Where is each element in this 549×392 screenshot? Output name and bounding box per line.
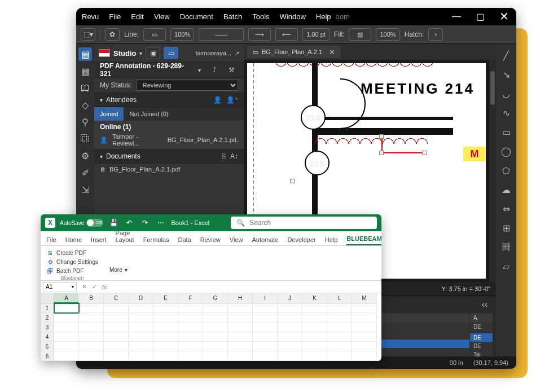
cell[interactable]	[352, 303, 377, 313]
properties-panel-icon[interactable]: ◇	[78, 98, 92, 112]
chevron-down-icon[interactable]: ▾	[72, 284, 74, 289]
cell[interactable]	[129, 332, 153, 342]
minimize-button[interactable]: —	[450, 10, 463, 23]
menu-edit[interactable]: Edit	[131, 12, 143, 21]
search-box[interactable]: 🔍 Search	[231, 217, 377, 229]
cell[interactable]	[54, 332, 79, 342]
cell[interactable]	[104, 303, 129, 313]
cell[interactable]	[79, 303, 104, 313]
cell[interactable]	[203, 323, 228, 332]
name-box[interactable]: A1▾	[43, 282, 77, 292]
cloud-markup-bottom[interactable]	[315, 135, 428, 144]
autosave-toggle[interactable]: AutoSave	[60, 219, 103, 227]
cell[interactable]	[178, 342, 203, 351]
status-select[interactable]: Reviewing	[137, 80, 238, 91]
cell[interactable]	[253, 351, 278, 361]
cell[interactable]	[54, 351, 79, 361]
tab-developer[interactable]: Developer	[288, 236, 316, 245]
col-header[interactable]: G	[203, 293, 228, 303]
col-header[interactable]: A	[54, 293, 79, 303]
cell[interactable]	[79, 351, 104, 361]
session-dropdown-icon[interactable]: ▾	[198, 67, 201, 73]
cloud-tool-icon[interactable]: ☁	[499, 183, 513, 196]
change-settings-button[interactable]: ⚙Change Settings	[46, 257, 98, 266]
cell[interactable]	[278, 323, 302, 332]
links-panel-icon[interactable]: ⇲	[78, 183, 92, 196]
cell[interactable]	[228, 351, 253, 361]
row-header[interactable]: 5	[41, 342, 54, 351]
cell[interactable]	[79, 313, 104, 323]
cell[interactable]	[327, 323, 352, 332]
cloud-tool-icon[interactable]: ✿	[105, 28, 120, 41]
cell[interactable]	[54, 342, 79, 351]
documents-header[interactable]: ▾ Documents ⎘ A↕	[94, 149, 244, 164]
cloud-markup-top[interactable]	[275, 63, 433, 70]
cell[interactable]	[79, 342, 104, 351]
cell[interactable]	[79, 332, 104, 342]
create-pdf-button[interactable]: 🗎Create PDF	[46, 248, 98, 257]
cell[interactable]	[352, 351, 377, 361]
menu-tools[interactable]: Tools	[252, 12, 269, 21]
col-header[interactable]: I	[253, 293, 278, 303]
batch-pdf-button[interactable]: 🗐Batch PDF	[46, 266, 98, 275]
cell[interactable]	[129, 351, 153, 361]
row-header[interactable]: 1	[41, 303, 54, 313]
line-color-swatch[interactable]: ▭	[143, 28, 166, 41]
cell[interactable]	[129, 323, 153, 332]
col-header[interactable]: C	[104, 293, 129, 303]
selection-handle[interactable]	[379, 151, 384, 155]
cell[interactable]	[129, 342, 153, 351]
sort-documents-icon[interactable]: A↕	[230, 152, 238, 160]
cell[interactable]	[104, 313, 129, 323]
joined-tab[interactable]: Joined	[94, 107, 124, 121]
callout-leader-h[interactable]	[381, 152, 427, 153]
col-header[interactable]: H	[228, 293, 253, 303]
search-panel-icon[interactable]: ⚲	[78, 115, 92, 129]
attendees-header[interactable]: ▾ Attendees 👤 👤⁺	[94, 93, 244, 107]
cell[interactable]	[129, 313, 153, 323]
cell[interactable]	[302, 351, 327, 361]
cell[interactable]	[278, 303, 302, 313]
tally-tool-icon[interactable]: 卌	[499, 240, 513, 254]
more-button[interactable]: More ▾	[109, 266, 128, 274]
cell[interactable]	[153, 313, 178, 323]
cell[interactable]	[278, 342, 302, 351]
col-header[interactable]: K	[302, 293, 327, 303]
arrow-tool-icon[interactable]: ↘	[499, 68, 513, 81]
cell[interactable]	[327, 303, 352, 313]
ellipse-tool-icon[interactable]: ◯	[499, 144, 513, 158]
cell[interactable]	[327, 313, 352, 323]
cell[interactable]	[352, 332, 377, 342]
row-header[interactable]: 2	[41, 313, 54, 323]
cell[interactable]	[327, 342, 352, 351]
formula-input[interactable]	[109, 282, 381, 292]
settings-panel-icon[interactable]: ⚙	[78, 149, 92, 162]
fill-color-swatch[interactable]: ▨	[349, 28, 371, 41]
cell[interactable]	[153, 342, 178, 351]
cell[interactable]	[352, 313, 377, 323]
document-item[interactable]: 🗎 BG_Floor_Plan_A.2.1.pdf	[94, 164, 244, 175]
tab-formulas[interactable]: Formulas	[143, 236, 169, 245]
tab-automate[interactable]: Automate	[252, 236, 278, 245]
cell[interactable]	[178, 323, 203, 332]
select-all-corner[interactable]	[41, 293, 54, 303]
rectangle-tool-icon[interactable]: ▭	[499, 125, 513, 139]
cell[interactable]	[129, 303, 153, 313]
count-tool-icon[interactable]: ⊞	[499, 221, 513, 235]
cell[interactable]	[178, 303, 203, 313]
add-document-icon[interactable]: ⎘	[222, 152, 226, 160]
cell[interactable]	[327, 332, 352, 342]
cutout-tool-icon[interactable]: ▱	[499, 259, 513, 273]
profile-dropdown-icon[interactable]: ⬚▾	[81, 28, 95, 41]
close-button[interactable]: ✕	[497, 10, 511, 23]
menu-revu[interactable]: Revu	[82, 12, 99, 21]
selection-handle[interactable]	[379, 134, 384, 139]
spreadsheet-grid[interactable]: 1 2 3 4 5 6 7 A B C D E F G H I J K L M	[41, 293, 381, 361]
tab-review[interactable]: Review	[200, 236, 221, 245]
line-tool-icon[interactable]: ╱	[499, 49, 513, 62]
cell[interactable]	[302, 303, 327, 313]
menu-document[interactable]: Document	[180, 12, 213, 21]
markup-author[interactable]: DE	[470, 342, 493, 350]
cell[interactable]	[253, 323, 278, 332]
row-header[interactable]: 3	[41, 323, 54, 332]
